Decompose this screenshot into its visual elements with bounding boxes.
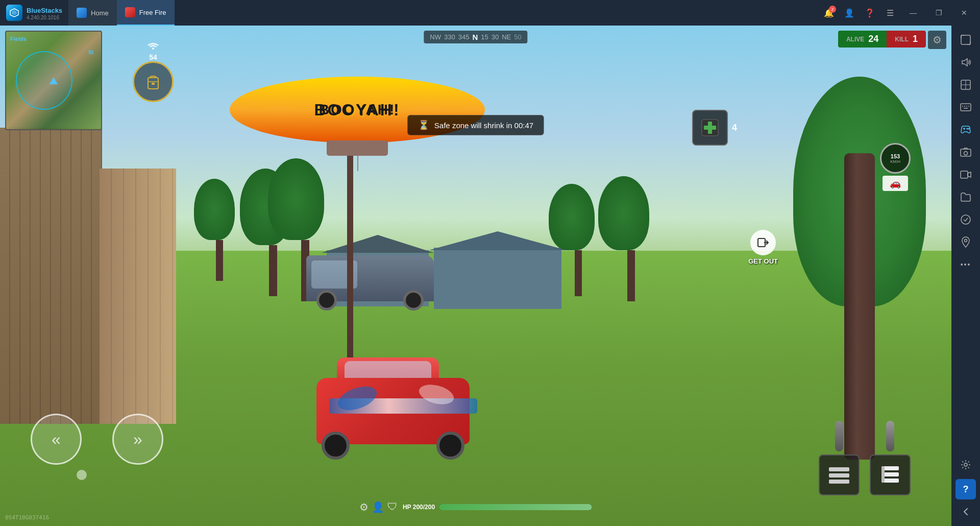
sidebar-video-icon[interactable] xyxy=(955,164,976,185)
sidebar-volume-icon[interactable] xyxy=(955,52,976,73)
freefire-tab[interactable]: Free Fire xyxy=(117,0,175,26)
bg-house-2 xyxy=(434,248,561,309)
freefire-tab-label: Free Fire xyxy=(139,9,166,16)
notification-badge: 2 xyxy=(829,6,836,13)
help-button[interactable]: ❓ xyxy=(861,4,879,22)
svg-marker-1 xyxy=(12,10,17,15)
menu-button[interactable]: ☰ xyxy=(881,4,899,22)
bg-tree-1 xyxy=(204,179,235,281)
svg-point-30 xyxy=(968,128,970,130)
sidebar-folder-icon[interactable] xyxy=(955,187,976,207)
building-left-wall xyxy=(100,169,176,424)
blimp: BOOYAH! xyxy=(230,77,485,143)
svg-point-29 xyxy=(967,128,968,130)
sidebar-location-icon[interactable] xyxy=(955,232,976,252)
svg-rect-33 xyxy=(961,171,968,178)
minimize-button[interactable]: — xyxy=(901,0,925,26)
sidebar-help-icon[interactable]: ? xyxy=(955,479,976,499)
main-area: BOOYAH! xyxy=(0,26,980,526)
titlebar: BlueStacks 4.240.20.1016 Home Free Fire … xyxy=(0,0,980,26)
sidebar-gamepad-icon[interactable] xyxy=(955,119,976,140)
sidebar-controls-icon[interactable] xyxy=(955,75,976,95)
game-viewport[interactable]: BOOYAH! xyxy=(0,26,951,526)
building-left xyxy=(0,128,102,424)
svg-point-32 xyxy=(964,152,968,155)
restore-button[interactable]: ❐ xyxy=(927,0,950,26)
home-tab-label: Home xyxy=(91,9,109,17)
bg-tree-4 xyxy=(561,184,595,296)
big-right-tree xyxy=(808,77,911,460)
sidebar-settings-icon[interactable] xyxy=(955,455,976,475)
close-button[interactable]: ✕ xyxy=(952,0,976,26)
titlebar-controls: 🔔 2 👤 ❓ ☰ — ❐ ✕ xyxy=(820,0,980,26)
account-button[interactable]: 👤 xyxy=(840,4,859,22)
sidebar-keyboard-icon[interactable] xyxy=(955,97,976,117)
bluestacks-label: BlueStacks 4.240.20.1016 xyxy=(27,6,62,20)
home-tab-icon xyxy=(77,8,87,18)
svg-point-34 xyxy=(961,215,970,224)
freefire-tab-icon xyxy=(125,7,135,17)
svg-rect-17 xyxy=(961,35,970,44)
sidebar-macro-icon[interactable] xyxy=(955,209,976,230)
notification-button[interactable]: 🔔 2 xyxy=(820,4,838,22)
svg-point-35 xyxy=(965,240,967,242)
svg-rect-21 xyxy=(961,104,971,111)
player-car xyxy=(306,352,480,465)
bluestacks-logo[interactable]: BlueStacks 4.240.20.1016 xyxy=(0,5,68,21)
sidebar-screenshot-icon[interactable] xyxy=(955,142,976,162)
sidebar-back-icon[interactable] xyxy=(955,501,976,522)
sidebar-more-icon[interactable]: ••• xyxy=(955,254,976,275)
truck xyxy=(306,255,434,301)
home-tab[interactable]: Home xyxy=(68,0,117,26)
bg-tree-5 xyxy=(612,176,649,301)
bluestacks-icon xyxy=(6,5,22,21)
game-background: BOOYAH! xyxy=(0,26,951,526)
svg-point-36 xyxy=(964,463,967,466)
sidebar-expand-icon[interactable] xyxy=(955,30,976,50)
right-sidebar: ••• ? xyxy=(951,26,980,526)
